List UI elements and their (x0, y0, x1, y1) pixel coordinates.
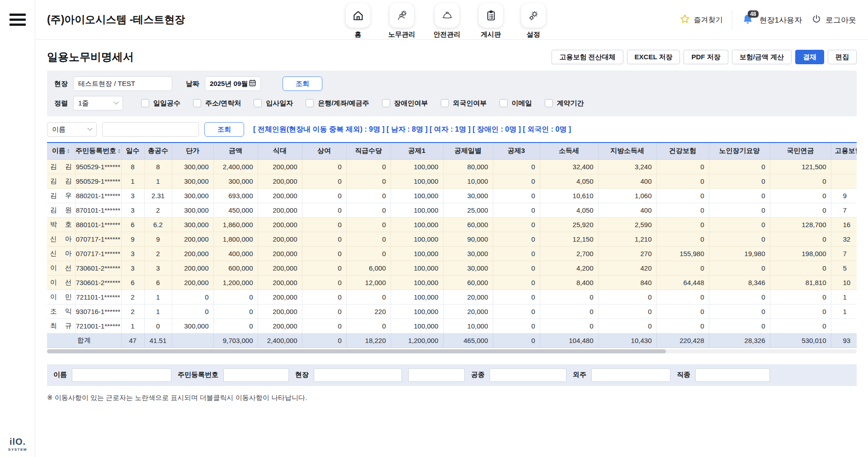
cell: 0 (346, 174, 391, 188)
checkbox-option-4[interactable]: 장애인여부 (382, 99, 428, 108)
checkbox-option-1[interactable]: 주소/연락처 (193, 99, 241, 108)
total-cell: 104,480 (540, 333, 598, 348)
resident-id-field[interactable] (223, 368, 289, 382)
cell: 1 (121, 174, 144, 188)
nav-item-labor[interactable]: 노무관리 (388, 3, 415, 39)
table-row[interactable]: 신 아070717-1******32200,000400,000200,000… (47, 246, 857, 261)
footer-field-label: 외주 (573, 371, 586, 379)
edit-button[interactable]: 편집 (828, 50, 857, 64)
cell: 이 선 (47, 261, 75, 275)
site-input[interactable] (73, 76, 172, 91)
cell: 2,400,000 (213, 159, 258, 174)
cell: 0 (598, 290, 656, 304)
checkbox-option-7[interactable]: 계약기간 (545, 99, 584, 108)
site-extra-field[interactable] (408, 368, 465, 382)
column-header-16: 국민연금 (770, 143, 831, 159)
date-picker[interactable]: 2025년 09월 (205, 76, 261, 91)
cell: 0 (493, 261, 540, 275)
cell: 0 (770, 174, 831, 188)
checkbox-option-2[interactable]: 입사일자 (254, 99, 293, 108)
cell: 0 (493, 319, 540, 333)
hamburger-menu-button[interactable] (9, 14, 26, 29)
table-row[interactable]: 김 김950529-1******11300,000300,000200,000… (47, 174, 857, 188)
cell: 200,000 (258, 217, 302, 232)
checkbox-icon (500, 99, 508, 107)
table-row[interactable]: 김 원870101-1******32300,000450,000200,000… (47, 203, 857, 217)
app-root: ilO. SYSTEM (주)아이오시스템 -테스트현장 홈노무관리안전관리게시… (0, 0, 868, 457)
filter-search-button[interactable]: 조회 (283, 76, 322, 91)
bell-icon[interactable]: 48 (741, 13, 755, 27)
pdf-save-button[interactable]: PDF 저장 (684, 50, 728, 64)
column-header-13: 지방소득세 (598, 143, 656, 159)
nav-item-board[interactable]: 게시판 (479, 3, 503, 39)
work-type-field[interactable] (490, 368, 566, 382)
search-button[interactable]: 조회 (204, 122, 244, 137)
cell (831, 319, 857, 333)
cell: 신 아 (47, 232, 75, 246)
column-header-14: 건강보험 (656, 143, 709, 159)
nav-label: 게시판 (481, 30, 501, 39)
column-header-10: 공제일별 (443, 143, 493, 159)
table-row[interactable]: 신 아070717-1******99200,0001,800,000200,0… (47, 232, 857, 246)
total-cell: 93 (831, 333, 857, 348)
table-row[interactable]: 이 선730601-2******66200,0001,200,000200,0… (47, 275, 857, 290)
cell: 0 (656, 159, 709, 174)
total-cell: 530,010 (770, 333, 831, 348)
checkbox-option-5[interactable]: 외국인여부 (441, 99, 487, 108)
nav-item-settings[interactable]: 설정 (521, 3, 546, 39)
table-row[interactable]: 김 김950529-1******88300,0002,400,000200,0… (47, 159, 857, 174)
cell: 0 (540, 319, 598, 333)
user-name: 현장1사용자 (760, 15, 802, 25)
nav-label: 설정 (527, 30, 540, 39)
cell: 0 (656, 304, 709, 319)
table-row[interactable]: 조 익930716-1******2100200,0000220100,0002… (47, 304, 857, 319)
notification-user[interactable]: 48 현장1사용자 (741, 13, 802, 27)
cell: 3 (121, 188, 144, 203)
table-row[interactable]: 김 우880201-1******32.31300,000693,000200,… (47, 188, 857, 203)
cell: 100,000 (391, 261, 443, 275)
total-cell: 9,703,000 (213, 333, 258, 348)
name-field[interactable] (72, 368, 171, 382)
employment-insurance-transfer-button[interactable]: 고용보험 전산대체 (552, 50, 623, 64)
table-row[interactable]: 최 규721001-1******10300,0000200,00000100,… (47, 319, 857, 333)
cell: 200,000 (172, 232, 213, 246)
logout-button[interactable]: 로그아웃 (811, 14, 856, 27)
search-field-select[interactable]: 이름 (47, 122, 97, 137)
table-row[interactable]: 이 선730601-2******33200,000600,000200,000… (47, 261, 857, 275)
excel-save-button[interactable]: EXCEL 저장 (627, 50, 680, 64)
nav-item-safety[interactable]: 안전관리 (434, 3, 461, 39)
scrollbar-thumb[interactable] (47, 349, 666, 353)
cell: 4,050 (540, 203, 598, 217)
total-cell (172, 333, 213, 348)
cell: 6 (121, 217, 144, 232)
approve-button[interactable]: 결재 (795, 50, 824, 64)
table-row[interactable]: 박 호880101-1******66.2300,0001,860,000200… (47, 217, 857, 232)
cell: 0 (172, 290, 213, 304)
notification-badge: 48 (748, 10, 758, 18)
job-type-field[interactable] (695, 368, 770, 382)
cell: 0 (493, 188, 540, 203)
table-row[interactable]: 이 민721101-1******2100200,00000100,00020,… (47, 290, 857, 304)
cell: 81,810 (770, 275, 831, 290)
checkbox-option-3[interactable]: 은행/계좌/예금주 (306, 99, 369, 108)
cell: 이 민 (47, 290, 75, 304)
favorite-button[interactable]: 즐겨찾기 (679, 14, 723, 26)
nav-item-home[interactable]: 홈 (346, 3, 370, 39)
column-header-0[interactable]: 이름▲▼ (47, 143, 75, 159)
cell: 100,000 (391, 174, 443, 188)
cell: 270 (598, 246, 656, 261)
cell: 0 (346, 217, 391, 232)
checkbox-label: 주소/연락처 (205, 99, 241, 108)
cell: 10,610 (540, 188, 598, 203)
subcontract-field[interactable] (591, 368, 670, 382)
checkbox-option-0[interactable]: 일일공수 (141, 99, 180, 108)
sort-select[interactable]: 1줄 (73, 96, 123, 110)
insurance-amount-calc-button[interactable]: 보험/금액 계산 (732, 50, 792, 64)
total-cell: 47 (121, 333, 144, 348)
search-input[interactable] (102, 122, 199, 137)
cell: 1 (121, 319, 144, 333)
checkbox-option-6[interactable]: 이메일 (500, 99, 532, 108)
cell: 0 (302, 203, 346, 217)
site-field[interactable] (314, 368, 402, 382)
column-header-1[interactable]: 주민등록번호▲▼ (75, 143, 121, 159)
